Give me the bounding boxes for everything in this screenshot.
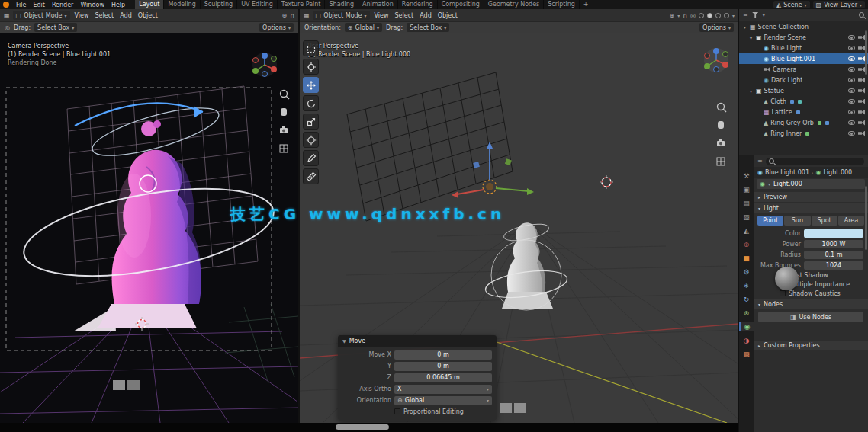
tab-compositing[interactable]: Compositing: [438, 0, 484, 9]
section-preview[interactable]: ▸ Preview: [754, 192, 868, 202]
max-bounces-field[interactable]: 1024: [804, 261, 863, 270]
output-tab-icon[interactable]: ▤: [739, 198, 754, 208]
outliner-scrollbar[interactable]: [865, 30, 867, 75]
menu-window[interactable]: Window: [77, 2, 108, 8]
cast-shadow-checkbox[interactable]: Cast Shadow: [754, 270, 868, 280]
tab-scripting[interactable]: Scripting: [544, 0, 580, 9]
expand-icon[interactable]: ▾: [748, 35, 754, 40]
breadcrumb-data[interactable]: Light.000: [823, 169, 852, 176]
menu-edit[interactable]: Edit: [30, 2, 48, 8]
particles-tab-icon[interactable]: ∗: [739, 280, 754, 290]
render-visibility-icon[interactable]: [858, 131, 865, 136]
object-data-tab-icon[interactable]: ◉: [739, 322, 754, 331]
rotate-tool[interactable]: [303, 95, 319, 111]
outliner-row-render-scene[interactable]: ▾ ▣ Render Scene: [739, 32, 868, 43]
options-dropdown[interactable]: Options ▾: [259, 23, 294, 32]
cursor-tool[interactable]: [303, 59, 319, 75]
material-tab-icon[interactable]: ◑: [739, 335, 754, 345]
properties-search[interactable]: [766, 158, 864, 165]
scale-tool[interactable]: [303, 114, 319, 130]
annotate-tool[interactable]: [303, 150, 319, 166]
shading-wireframe-icon[interactable]: [699, 13, 704, 18]
render-visibility-icon[interactable]: [858, 35, 865, 40]
menu-add[interactable]: Add: [118, 12, 133, 19]
mode-dropdown[interactable]: ▢ Object Mode ▾: [13, 11, 70, 20]
navigation-gizmo[interactable]: [252, 53, 277, 77]
menu-select[interactable]: Select: [94, 12, 116, 19]
editor-type-icon[interactable]: ▦: [304, 12, 310, 19]
hide-icon[interactable]: [848, 78, 855, 82]
section-custom-properties[interactable]: ▸ Custom Properties: [754, 341, 868, 350]
scene-selector[interactable]: ◭ Scene ▾: [773, 1, 810, 8]
hide-icon[interactable]: [848, 88, 855, 93]
tab-uv-editing[interactable]: UV Editing: [237, 0, 278, 9]
multiple-importance-checkbox[interactable]: Multiple Importance: [754, 280, 868, 289]
view-layer-selector[interactable]: ▧ View Layer ▾: [813, 1, 865, 8]
options-dropdown[interactable]: Options ▾: [699, 23, 734, 32]
mode-dropdown[interactable]: ▢ Object Mode ▾: [313, 11, 370, 20]
power-field[interactable]: 1000 W: [804, 240, 863, 248]
render-visibility-icon[interactable]: [858, 78, 865, 83]
center-viewport-canvas[interactable]: User Perspective (1) Render Scene | Blue…: [300, 33, 738, 423]
tab-geometry-nodes[interactable]: Geometry Nodes: [484, 0, 544, 9]
hide-icon[interactable]: [848, 120, 855, 125]
orientation-dropdown[interactable]: ⊕ Global ▾: [345, 23, 382, 32]
outliner-row-dark-light[interactable]: ◉ Dark Light: [739, 75, 868, 85]
navigation-gizmo[interactable]: [704, 48, 728, 72]
tab-layout[interactable]: Layout: [135, 0, 164, 9]
drag-mode-dropdown[interactable]: Select Box ▾: [34, 23, 77, 32]
section-nodes[interactable]: ▾ Nodes: [754, 299, 868, 309]
menu-add[interactable]: Add: [418, 12, 433, 19]
render-visibility-icon[interactable]: [858, 56, 865, 62]
tab-modeling[interactable]: Modeling: [164, 0, 200, 9]
editor-type-icon[interactable]: ▦: [4, 12, 10, 19]
shading-rendered-icon[interactable]: [724, 13, 729, 18]
proportional-editing-checkbox[interactable]: Proportional Editing: [394, 407, 492, 416]
outliner-row-statue[interactable]: ▾ ▣ Statue: [739, 85, 868, 96]
tab-animation[interactable]: Animation: [358, 0, 398, 9]
move-y-field[interactable]: 0 m: [394, 362, 492, 371]
radius-field[interactable]: 0.1 m: [804, 251, 863, 259]
hide-icon[interactable]: [848, 67, 855, 72]
move-x-field[interactable]: 0 m: [394, 350, 492, 360]
menu-view[interactable]: View: [373, 12, 391, 19]
search-icon[interactable]: [859, 12, 864, 18]
outliner-row-blue-light[interactable]: ◉ Blue Light: [739, 43, 868, 53]
menu-object[interactable]: Object: [436, 12, 459, 19]
pan-hand-icon[interactable]: [718, 121, 724, 129]
snap-magnet-icon[interactable]: ∩: [290, 12, 294, 19]
expand-icon[interactable]: ▾: [742, 24, 747, 30]
menu-help[interactable]: Help: [108, 2, 128, 8]
render-visibility-icon[interactable]: [858, 46, 865, 51]
light-type-spot[interactable]: Spot: [812, 216, 837, 226]
camera-render-view[interactable]: [0, 33, 298, 423]
menu-file[interactable]: File: [13, 2, 29, 8]
outliner-row-ring-grey-orb[interactable]: ▲ Ring Grey Orb: [739, 117, 868, 128]
tool-tab-icon[interactable]: ⚒: [739, 171, 754, 181]
outliner-row-lattice[interactable]: ▦ Lattice: [739, 107, 868, 117]
transform-orientation-icon[interactable]: ⊕: [669, 12, 674, 19]
scene-tab-icon[interactable]: ◭: [739, 226, 754, 235]
shading-material-icon[interactable]: [715, 13, 721, 18]
menu-select[interactable]: Select: [394, 12, 416, 19]
proportional-edit-icon[interactable]: ◎: [690, 12, 696, 19]
outliner-editor-icon[interactable]: ≡: [743, 11, 748, 18]
hide-icon[interactable]: [848, 131, 855, 136]
outliner-row-ring-inner[interactable]: ▲ Ring Inner: [739, 128, 868, 139]
outliner-row-scene-collection[interactable]: ▾ ▦ Scene Collection: [739, 21, 868, 32]
texture-tab-icon[interactable]: ▩: [739, 349, 754, 359]
axis-ortho-select[interactable]: X▾: [394, 385, 492, 394]
datablock-selector[interactable]: ◉ ▾ Light.000: [757, 179, 865, 189]
render-visibility-icon[interactable]: [858, 99, 865, 104]
menu-view[interactable]: View: [73, 12, 91, 19]
hide-icon[interactable]: [848, 35, 855, 40]
light-type-area[interactable]: Area: [838, 216, 864, 226]
use-nodes-button[interactable]: ◨ Use Nodes: [758, 312, 863, 322]
light-type-point[interactable]: Point: [757, 216, 783, 226]
hide-icon[interactable]: [848, 56, 855, 61]
shadow-caustics-checkbox[interactable]: Shadow Caustics: [754, 289, 868, 298]
section-light[interactable]: ▾ Light: [754, 203, 868, 213]
color-swatch[interactable]: [804, 229, 863, 238]
left-viewport-canvas[interactable]: Camera Perspective (1) Render Scene | Bl…: [0, 33, 298, 423]
filter-icon[interactable]: [752, 12, 759, 18]
